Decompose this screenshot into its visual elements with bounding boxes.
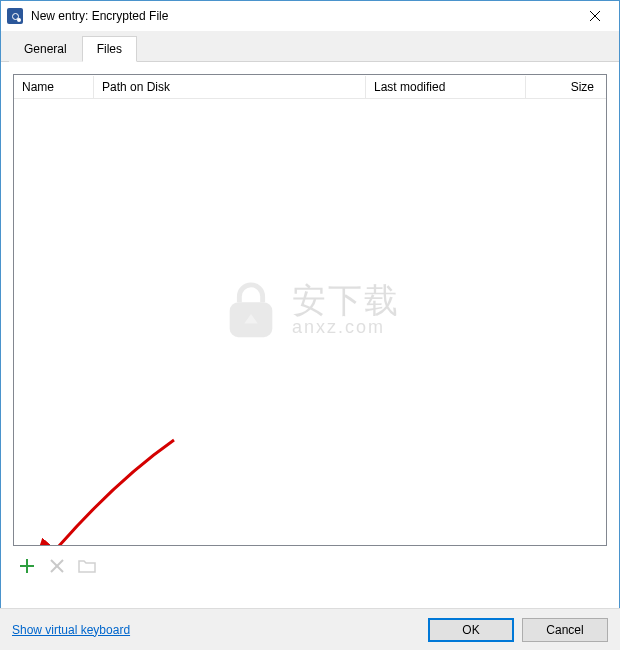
col-header-path[interactable]: Path on Disk	[94, 76, 366, 98]
lock-icon	[220, 279, 282, 341]
plus-icon	[19, 558, 35, 574]
tab-content: Name Path on Disk Last modified Size 安下载…	[1, 62, 619, 590]
window-title: New entry: Encrypted File	[31, 9, 572, 23]
watermark: 安下载 anxz.com	[220, 279, 400, 341]
folder-icon	[78, 558, 96, 574]
virtual-keyboard-link[interactable]: Show virtual keyboard	[12, 623, 130, 637]
table-header-row: Name Path on Disk Last modified Size	[14, 75, 606, 99]
add-file-button[interactable]	[17, 556, 37, 576]
svg-rect-2	[230, 302, 273, 337]
files-table[interactable]: Name Path on Disk Last modified Size 安下载…	[13, 74, 607, 546]
titlebar: New entry: Encrypted File	[1, 1, 619, 31]
col-header-name[interactable]: Name	[14, 76, 94, 98]
close-button[interactable]	[572, 2, 617, 30]
tab-files[interactable]: Files	[82, 36, 137, 62]
cancel-button[interactable]: Cancel	[522, 618, 608, 642]
app-icon	[7, 8, 23, 24]
files-toolbar	[13, 554, 607, 578]
close-icon	[590, 11, 600, 21]
watermark-text-cn: 安下载	[292, 283, 400, 317]
delete-file-button	[47, 556, 67, 576]
watermark-text-url: anxz.com	[292, 317, 400, 338]
tab-general[interactable]: General	[9, 36, 82, 62]
x-icon	[50, 559, 64, 573]
ok-button[interactable]: OK	[428, 618, 514, 642]
col-header-size[interactable]: Size	[526, 76, 606, 98]
dialog-footer: Show virtual keyboard OK Cancel	[0, 608, 620, 650]
open-folder-button	[77, 556, 97, 576]
footer-buttons: OK Cancel	[428, 618, 608, 642]
col-header-modified[interactable]: Last modified	[366, 76, 526, 98]
tabs-bar: General Files	[1, 31, 619, 62]
arrow-annotation	[13, 437, 179, 546]
